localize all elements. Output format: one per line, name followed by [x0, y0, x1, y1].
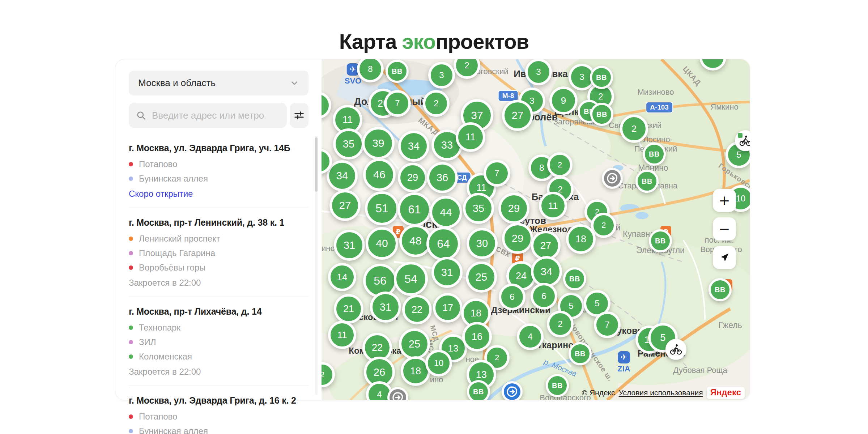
- cluster-marker[interactable]: 29: [398, 163, 427, 192]
- cluster-marker[interactable]: 39: [362, 127, 395, 159]
- cluster-marker[interactable]: 3: [525, 59, 552, 85]
- scrollbar-thumb[interactable]: [315, 137, 318, 192]
- page-title-suffix: проектов: [435, 30, 529, 53]
- cluster-marker[interactable]: 31: [431, 257, 463, 288]
- copyright-text: © Яндекс: [582, 388, 615, 397]
- vkusvill-store-marker[interactable]: ВВ: [590, 66, 613, 89]
- cluster-marker[interactable]: 36: [427, 162, 458, 193]
- store-item[interactable]: г. Москва, ул. Эдварда Грига, уч. 14БПот…: [129, 133, 309, 208]
- cluster-marker[interactable]: 7: [384, 90, 411, 117]
- cluster-marker[interactable]: 16: [462, 322, 492, 352]
- cluster-marker[interactable]: 27: [329, 190, 361, 221]
- cluster-marker[interactable]: 34: [531, 256, 562, 287]
- locate-button[interactable]: [713, 246, 736, 269]
- map-controls: + −: [713, 189, 736, 275]
- metro-name: Бунинская аллея: [139, 426, 208, 434]
- metro-line-dot: [129, 429, 133, 433]
- cluster-marker[interactable]: 44: [430, 196, 462, 229]
- store-address: г. Москва, ул. Эдварда Грига, д. 16 к. 2: [129, 395, 309, 406]
- metro-name: Коломенская: [139, 352, 192, 362]
- cluster-marker[interactable]: 17: [433, 293, 463, 323]
- cluster-marker[interactable]: 35: [463, 193, 494, 224]
- cluster-marker[interactable]: 34: [398, 131, 429, 162]
- recycle-cloud-icon: [392, 391, 404, 400]
- metro-name: Технопарк: [139, 323, 180, 333]
- vkusvill-store-marker[interactable]: ВВ: [590, 103, 613, 126]
- cluster-marker[interactable]: 18: [566, 224, 596, 254]
- metro-line-dot: [129, 162, 133, 166]
- vkusvill-store-marker[interactable]: ВВ: [563, 267, 586, 290]
- cluster-marker[interactable]: 21: [334, 294, 363, 324]
- cluster-marker[interactable]: 11: [328, 321, 356, 349]
- cluster-marker[interactable]: 29: [498, 193, 529, 224]
- vkusvill-store-marker[interactable]: ВВ: [643, 142, 666, 166]
- cluster-marker[interactable]: 64: [426, 227, 460, 261]
- cluster-marker[interactable]: 2: [423, 90, 450, 117]
- region-select[interactable]: Москва и область: [129, 71, 309, 95]
- cluster-marker[interactable]: 9: [549, 86, 578, 115]
- metro-line-dot: [129, 354, 133, 359]
- vkusvill-store-marker[interactable]: ВВ: [569, 342, 592, 365]
- recycling-point-marker[interactable]: [602, 168, 623, 189]
- cluster-marker[interactable]: 51: [365, 191, 399, 225]
- metro-name: Воробьёвы горы: [139, 263, 206, 273]
- airport-code: ZIA: [617, 364, 630, 374]
- page-title-highlight: эко: [402, 30, 436, 53]
- recycle-cloud-icon: [506, 386, 518, 398]
- cluster-marker[interactable]: 61: [397, 192, 431, 226]
- cluster-marker[interactable]: 30: [467, 228, 498, 259]
- cluster-marker[interactable]: 22: [402, 295, 432, 324]
- cluster-marker[interactable]: 2: [547, 311, 574, 337]
- cluster-marker[interactable]: 7: [594, 311, 621, 338]
- search-input[interactable]: [151, 110, 276, 122]
- vkusvill-store-marker[interactable]: ВВ: [649, 229, 672, 252]
- cluster-marker[interactable]: 31: [370, 292, 401, 323]
- cluster-marker[interactable]: 3: [428, 62, 455, 89]
- store-item[interactable]: г. Москва, пр-т Лихачёва, д. 14Технопарк…: [129, 297, 309, 386]
- cluster-marker[interactable]: 10: [425, 350, 452, 376]
- metro-line-dot: [129, 414, 133, 419]
- cluster-marker[interactable]: 54: [394, 262, 428, 296]
- cluster-marker[interactable]: 2: [547, 152, 573, 178]
- cluster-marker[interactable]: 40: [366, 227, 398, 260]
- metro-name: Потапово: [139, 159, 177, 169]
- vkusvill-store-marker[interactable]: ВВ: [467, 380, 490, 400]
- recycle-cloud-icon: [606, 172, 618, 184]
- cluster-marker[interactable]: 25: [399, 328, 430, 359]
- cluster-marker[interactable]: 25: [466, 261, 497, 293]
- bike-delivery-marker[interactable]: [665, 339, 686, 360]
- metro-line-dot: [129, 265, 133, 270]
- cluster-marker[interactable]: 27: [502, 100, 533, 131]
- filter-button[interactable]: [290, 103, 309, 128]
- terms-link[interactable]: Условия использования: [619, 388, 703, 397]
- region-select-value: Москва и область: [138, 77, 216, 89]
- store-item[interactable]: г. Москва, пр-т Ленинский, д. 38 к. 1Лен…: [129, 208, 309, 297]
- store-item[interactable]: г. Москва, ул. Эдварда Грига, д. 16 к. 2…: [129, 386, 309, 434]
- metro-line-dot: [129, 237, 133, 241]
- cluster-marker[interactable]: 35: [333, 128, 364, 159]
- zoom-in-button[interactable]: +: [713, 189, 736, 212]
- zoom-out-button[interactable]: −: [713, 217, 736, 241]
- vkusvill-store-marker[interactable]: ВВ: [635, 170, 659, 193]
- vkusvill-store-marker[interactable]: ВВ: [546, 374, 569, 397]
- map[interactable]: ДолгопрудныйПироговскийИвантеевкаКоролёв…: [322, 59, 750, 400]
- vkusvill-store-marker[interactable]: ВВ: [709, 278, 732, 301]
- filter-sliders-icon: [294, 110, 305, 121]
- store-address: г. Москва, ул. Эдварда Грига, уч. 14Б: [129, 143, 309, 153]
- cluster-marker[interactable]: 4: [517, 323, 544, 350]
- cluster-marker[interactable]: 6: [499, 284, 526, 310]
- recycling-point-marker[interactable]: [502, 381, 523, 400]
- cluster-marker[interactable]: 11: [456, 122, 485, 152]
- road-badge: А-103: [646, 102, 673, 113]
- cluster-marker[interactable]: 11: [539, 192, 567, 220]
- cluster-marker[interactable]: 7: [484, 160, 510, 187]
- cluster-marker[interactable]: 14: [328, 263, 356, 291]
- cluster-marker[interactable]: 31: [334, 230, 365, 261]
- vkusvill-store-marker[interactable]: ВВ: [386, 60, 409, 83]
- cluster-marker[interactable]: 2: [620, 115, 648, 143]
- cluster-marker[interactable]: 6: [531, 283, 557, 310]
- metro-row: Площадь Гагарина: [129, 248, 309, 258]
- cluster-marker[interactable]: 46: [363, 158, 396, 191]
- cluster-marker[interactable]: 29: [502, 223, 533, 254]
- yandex-logo[interactable]: А-10Яндекс: [707, 387, 745, 399]
